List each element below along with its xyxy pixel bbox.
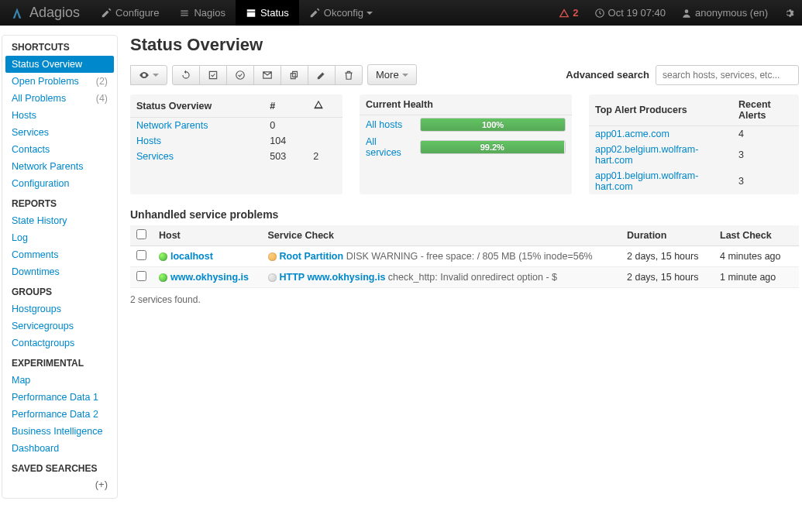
row-label[interactable]: Network Parents [136,120,208,131]
list-icon [179,8,190,19]
col-host: Host [153,225,262,246]
sidebar-item[interactable]: Network Parents [2,158,117,175]
edit-button[interactable] [308,65,336,85]
sidebar-item[interactable]: Open Problems(2) [2,73,117,90]
sidebar-item[interactable]: All Problems(4) [2,90,117,107]
progress-fill: 99.2% [421,141,564,153]
sidebar-item[interactable]: Status Overview [5,56,114,73]
more-dropdown-button[interactable]: More [367,64,417,85]
row-label[interactable]: Services [136,151,174,162]
edit-icon [309,8,320,19]
row-count: 0 [263,118,307,134]
sidebar: SHORTCUTSStatus OverviewOpen Problems(2)… [2,35,118,499]
sidebar-item[interactable]: Dashboard [2,440,117,457]
result-count: 2 services found. [130,294,799,305]
sidebar-item[interactable]: Services [2,124,117,141]
host-link[interactable]: localhost [170,251,213,262]
nav-configure[interactable]: Configure [91,0,169,26]
col-recent: Recent Alerts [732,94,799,126]
alert-host[interactable]: app02.belgium.wolfram-hart.com [595,144,698,166]
nav-status[interactable]: Status [236,0,299,26]
edit-icon [101,8,112,19]
view-dropdown-button[interactable] [130,65,167,85]
duration: 2 days, 15 hours [621,267,714,288]
alert-count: 3 [732,142,799,168]
table-row: app01.belgium.wolfram-hart.com3 [589,168,799,194]
table-row: www.okhysing.is HTTP www.okhysing.is che… [130,267,799,288]
user-icon [681,8,692,19]
sidebar-item[interactable]: Map [2,372,117,389]
sidebar-item[interactable]: Contacts [2,141,117,158]
sidebar-item-label: Performance Data 2 [12,409,98,420]
service-link[interactable]: HTTP www.okhysing.is [280,272,386,283]
warning-icon [559,8,570,19]
sidebar-item-label: State History [12,215,67,226]
row-label[interactable]: Hosts [136,136,161,146]
nav-settings[interactable] [776,0,802,26]
sidebar-item-label: Hostgroups [12,304,61,314]
sidebar-item[interactable]: Log [2,229,117,246]
sidebar-item-label: Status Overview [12,59,82,70]
table-row: app02.belgium.wolfram-hart.com3 [589,142,799,168]
service-desc: check_http: Invalid onredirect option - … [385,272,557,283]
caret-icon [367,12,373,15]
add-saved-search[interactable]: (+) [2,477,117,492]
brand[interactable]: Adagios [0,5,91,21]
sidebar-item[interactable]: Hosts [2,107,117,124]
sidebar-item[interactable]: Hostgroups [2,300,117,317]
duration: 2 days, 15 hours [621,246,714,267]
sidebar-item[interactable]: Business Intelligence [2,423,117,440]
search-input[interactable] [656,65,799,85]
problems-title: Unhandled service problems [130,208,799,221]
page-title: Status Overview [130,35,799,55]
progress-fill: 100% [421,118,565,131]
alert-host[interactable]: app01.acme.com [595,129,669,139]
row-label[interactable]: All services [366,136,401,158]
sidebar-item[interactable]: Servicegroups [2,317,117,335]
col-checkbox [130,225,153,246]
copy-icon [289,70,300,81]
row-label[interactable]: All hosts [366,119,402,130]
nav-alerts[interactable]: 2 [551,0,586,26]
user-label: anonymous (en) [695,7,768,19]
row-warn [307,118,342,134]
status-dot-icon [159,273,167,282]
service-link[interactable]: Root Partition [280,251,344,262]
progress-bar: 99.2% [420,140,566,154]
nav-okconfig[interactable]: Okconfig [299,0,383,26]
sidebar-item[interactable]: Configuration [2,175,117,192]
row-count: 503 [263,149,307,164]
sidebar-section-header: GROUPS [2,280,117,300]
status-dot-icon [268,252,277,261]
sidebar-item[interactable]: Comments [2,246,117,263]
logo-icon [11,7,23,19]
row-checkbox[interactable] [136,250,146,260]
refresh-button[interactable] [172,65,200,85]
alert-host[interactable]: app01.belgium.wolfram-hart.com [595,170,698,192]
host-link[interactable]: www.okhysing.is [170,272,249,283]
sidebar-item[interactable]: Downtimes [2,263,117,280]
check-icon [208,70,219,81]
sidebar-item[interactable]: Performance Data 1 [2,389,117,406]
delete-button[interactable] [335,65,363,85]
ack-button[interactable] [199,65,227,85]
table-row: All services99.2% [360,134,572,160]
table-row: app01.acme.com4 [589,126,799,142]
refresh-icon [181,70,191,81]
row-checkbox[interactable] [136,271,146,281]
select-all-checkbox[interactable] [136,229,146,239]
nav-user[interactable]: anonymous (en) [673,0,776,26]
copy-button[interactable] [281,65,308,85]
sidebar-item-label: Configuration [12,178,69,189]
sidebar-item[interactable]: State History [2,212,117,229]
recheck-button[interactable] [226,65,254,85]
advanced-search-link[interactable]: Advanced search [566,69,649,81]
sidebar-item-label: Contacts [12,144,50,155]
nav-datetime[interactable]: Oct 19 07:40 [587,0,673,26]
nav-nagios-label: Nagios [194,7,225,19]
notify-button[interactable] [253,65,281,85]
nav-nagios[interactable]: Nagios [169,0,235,26]
sidebar-section-header: SHORTCUTS [2,36,117,56]
sidebar-item[interactable]: Performance Data 2 [2,406,117,423]
sidebar-item[interactable]: Contactgroups [2,335,117,352]
